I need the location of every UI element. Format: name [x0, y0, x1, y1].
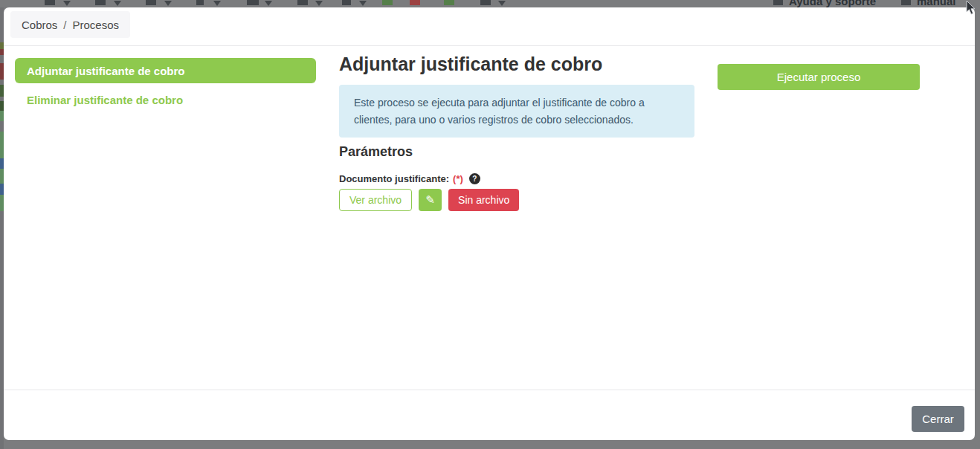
toolbar-icon [342, 0, 351, 5]
page-title: Adjuntar justificante de cobro [339, 54, 602, 75]
caret-down-icon [265, 1, 272, 6]
field-label: Documento justificante: [339, 173, 449, 184]
caret-down-icon [164, 1, 172, 6]
background-toolbar: Ayuda y soporte manual [0, 0, 980, 7]
help-support-label: Ayuda y soporte [789, 0, 876, 7]
caret-down-icon [213, 1, 221, 6]
toolbar-icon [95, 0, 106, 5]
file-buttons-row: Ver archivo ✎ Sin archivo [339, 189, 519, 211]
sidebar-item-label: Eliminar justificante de cobro [27, 94, 183, 106]
caret-down-icon [114, 1, 121, 6]
toolbar-icon [297, 0, 308, 5]
view-file-button[interactable]: Ver archivo [339, 189, 412, 211]
toolbar-icon [146, 0, 156, 5]
footer-divider [4, 390, 975, 390]
export-excel-icon [382, 0, 393, 5]
sidebar-item-eliminar-justificante[interactable]: Eliminar justificante de cobro [27, 94, 183, 106]
toolbar-icon [247, 0, 259, 5]
question-circle-icon[interactable]: ? [469, 173, 480, 184]
execute-process-button[interactable]: Ejecutar proceso [718, 64, 920, 90]
close-button[interactable]: Cerrar [912, 406, 964, 432]
caret-down-icon [63, 1, 71, 6]
breadcrumb: Cobros / Procesos [10, 11, 130, 38]
process-description: Este proceso se ejecuta para adjuntar el… [339, 85, 694, 138]
export-icon [444, 0, 454, 5]
toolbar-icon [196, 0, 204, 5]
breadcrumb-procesos[interactable]: Procesos [73, 19, 120, 31]
caret-down-icon [359, 1, 367, 6]
toolbar-icon [480, 0, 491, 5]
book-icon [901, 0, 911, 5]
edit-file-button[interactable]: ✎ [419, 189, 442, 211]
field-label-row: Documento justificante: (*) ? [339, 173, 480, 184]
no-file-badge[interactable]: Sin archivo [448, 189, 519, 211]
header-divider [4, 45, 975, 46]
caret-down-icon [315, 1, 323, 6]
required-marker: (*) [453, 173, 463, 184]
export-pdf-icon [410, 0, 420, 5]
breadcrumb-cobros[interactable]: Cobros [22, 19, 57, 31]
sidebar-item-adjuntar-justificante[interactable]: Adjuntar justificante de cobro [15, 58, 316, 83]
help-icon [773, 0, 783, 5]
parameters-heading: Parámetros [339, 144, 413, 160]
breadcrumb-separator: / [63, 19, 66, 31]
manual-label: manual [917, 0, 956, 7]
mouse-cursor-icon [966, 1, 976, 15]
process-dialog: Cobros / Procesos Adjuntar justificante … [4, 7, 975, 440]
sidebar-item-label: Adjuntar justificante de cobro [27, 65, 185, 77]
caret-down-icon [498, 1, 506, 6]
toolbar-icon [45, 0, 55, 5]
pencil-icon: ✎ [425, 193, 435, 207]
